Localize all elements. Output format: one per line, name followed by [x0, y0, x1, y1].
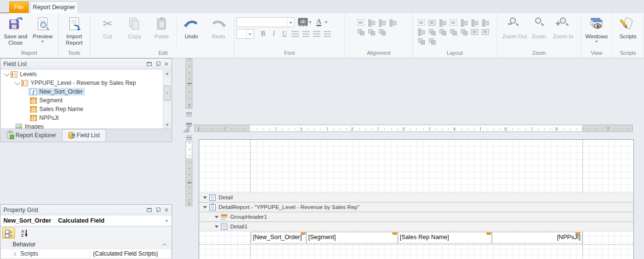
collapse-triangle-icon[interactable]: [215, 216, 219, 218]
preview-button[interactable]: Preview: [29, 14, 56, 43]
collapse-triangle-icon[interactable]: [215, 226, 219, 228]
tree-item-segment[interactable]: Segment: [1, 96, 171, 105]
horizontal-ruler: 1 1 2 3 4 5 6 7: [194, 125, 633, 132]
decrease-vertical-spacing-button[interactable]: [449, 28, 457, 35]
pin-icon[interactable]: [156, 208, 160, 212]
tab-report-explorer[interactable]: Report Explorer: [1, 129, 62, 141]
align-justify-button[interactable]: [322, 29, 332, 39]
bring-to-front-button[interactable]: [417, 37, 425, 45]
band-handle-icon[interactable]: [186, 113, 192, 116]
maximize-icon[interactable]: [147, 208, 152, 212]
scroll-up-arrow[interactable]: ▲: [163, 70, 171, 77]
italic-button[interactable]: I: [268, 29, 279, 39]
tree-item-sales-rep-name[interactable]: Sales Rep Name: [1, 105, 171, 113]
field-cell-segment[interactable]: [Segment]: [306, 232, 398, 243]
smart-tag-icon[interactable]: [393, 232, 397, 235]
tab-field-list[interactable]: Field List: [62, 129, 106, 141]
center-horizontally-button[interactable]: [471, 28, 479, 35]
file-tab[interactable]: File: [9, 1, 29, 13]
property-grid-rows: Behavior Scripts (Calculated Field Scrip…: [1, 240, 171, 259]
text-highlight-button[interactable]: ab: [298, 17, 308, 27]
band-detail-report[interactable]: DetailReport - "YPPUPE_Level - Revenue b…: [199, 202, 633, 212]
align-tops-button[interactable]: [357, 28, 365, 35]
pin-icon[interactable]: [156, 62, 160, 66]
font-size-combo[interactable]: [236, 29, 254, 39]
close-icon[interactable]: ✕: [164, 62, 169, 66]
send-to-back-button[interactable]: [428, 37, 436, 45]
band-group-header1[interactable]: GroupHeader1: [199, 212, 633, 222]
make-horizontal-spacing-equal-button[interactable]: [460, 19, 468, 26]
tree-item-images[interactable]: Images: [1, 122, 171, 129]
zoom-button[interactable]: Zoom: [528, 14, 550, 40]
align-centers-button[interactable]: [378, 19, 386, 26]
field-cell-new-sort-order[interactable]: [New_Sort_Order]: [251, 232, 306, 243]
scrollbar-thumb[interactable]: [164, 85, 171, 101]
font-color-button[interactable]: A: [314, 17, 324, 27]
maximize-icon[interactable]: [147, 62, 152, 66]
tree-item-yppupe-level[interactable]: YPPUPE_Level - Revenue by Sales Rep: [1, 79, 171, 87]
close-icon[interactable]: ✕: [164, 208, 169, 212]
copy-button[interactable]: Copy: [121, 14, 148, 40]
tree-item-nppsjt[interactable]: NPPsJt: [1, 113, 171, 122]
tree-item-new-sort-order[interactable]: f New_Sort_Order: [1, 87, 171, 96]
align-left-button[interactable]: [290, 29, 300, 39]
collapse-triangle-icon[interactable]: [203, 196, 207, 199]
center-vertically-button[interactable]: [481, 28, 489, 35]
categorized-view-button[interactable]: [2, 227, 15, 239]
cut-button[interactable]: ✂ Cut: [94, 14, 121, 40]
tab-report-designer[interactable]: Report Designer: [30, 1, 78, 13]
collapse-chevron-icon[interactable]: [4, 71, 9, 76]
scroll-down-arrow[interactable]: ▼: [163, 121, 171, 129]
field-cell-nppsjt[interactable]: [NPPsJt]: [492, 232, 582, 243]
tree-item-levels[interactable]: Levels: [1, 70, 171, 79]
highlight-dropdown-arrow[interactable]: [309, 21, 312, 23]
decrease-horizontal-spacing-button[interactable]: [481, 19, 489, 26]
same-height-button[interactable]: [439, 19, 447, 26]
increase-horizontal-spacing-button[interactable]: [471, 19, 479, 26]
make-vertical-spacing-equal-button[interactable]: [428, 28, 436, 35]
fit-to-grid-button[interactable]: [417, 19, 425, 26]
paste-button[interactable]: Paste: [148, 14, 175, 40]
field-cell-sales-rep-name[interactable]: [Sales Rep Name]: [398, 232, 492, 243]
remove-horizontal-spacing-button[interactable]: [417, 28, 425, 35]
smart-tag-icon[interactable]: [576, 232, 580, 235]
same-width-button[interactable]: [428, 19, 436, 26]
align-center-button[interactable]: [300, 29, 311, 39]
align-middles-button[interactable]: [367, 28, 376, 35]
align-right-button[interactable]: [311, 29, 322, 39]
design-surface[interactable]: Detail DetailReport - "YPPUPE_Level - Re…: [199, 139, 634, 259]
zoom-in-button[interactable]: Zoom In: [550, 14, 577, 40]
windows-button[interactable]: Windows: [583, 14, 610, 43]
increase-vertical-spacing-button[interactable]: [439, 28, 447, 35]
align-lefts-button[interactable]: [367, 19, 376, 26]
smart-tag-icon[interactable]: [301, 232, 305, 235]
collapse-chevron-icon[interactable]: [15, 80, 20, 85]
same-size-button[interactable]: [449, 19, 457, 26]
band-detail[interactable]: Detail: [199, 193, 633, 202]
font-color-dropdown-arrow[interactable]: [325, 21, 328, 23]
align-to-grid-button[interactable]: [357, 19, 365, 26]
object-selector-combo[interactable]: New_Sort_Order Calculated Field: [0, 215, 172, 227]
collapse-chevron-icon: [162, 243, 167, 248]
alphabetical-sort-button[interactable]: AZ: [18, 227, 30, 239]
import-report-button[interactable]: Import Report: [61, 14, 88, 46]
bold-button[interactable]: B: [258, 29, 268, 39]
field-list-scrollbar[interactable]: ▲ ▼: [163, 70, 171, 129]
property-row-scripts[interactable]: Scripts (Calculated Field Scripts): [1, 249, 171, 259]
underline-button[interactable]: U: [279, 29, 290, 39]
band-handle-icon[interactable]: [186, 123, 192, 127]
scripts-button[interactable]: Scripts: [614, 14, 642, 40]
band-handle-icon[interactable]: [186, 136, 192, 140]
smart-tag-icon[interactable]: [487, 232, 491, 235]
align-rights-button[interactable]: [389, 19, 397, 26]
band-detail1[interactable]: Detail1: [199, 222, 633, 231]
save-and-close-button[interactable]: Save and Close: [2, 14, 29, 46]
align-bottoms-button[interactable]: [378, 28, 386, 35]
collapse-triangle-icon[interactable]: [203, 206, 207, 209]
category-behavior[interactable]: Behavior: [1, 240, 171, 249]
remove-vertical-spacing-button[interactable]: [460, 28, 468, 35]
font-name-combo[interactable]: [236, 17, 295, 27]
undo-button[interactable]: Undo: [178, 14, 205, 40]
redo-button[interactable]: Redo: [205, 14, 232, 40]
zoom-out-button[interactable]: Zoom Out: [501, 14, 528, 40]
